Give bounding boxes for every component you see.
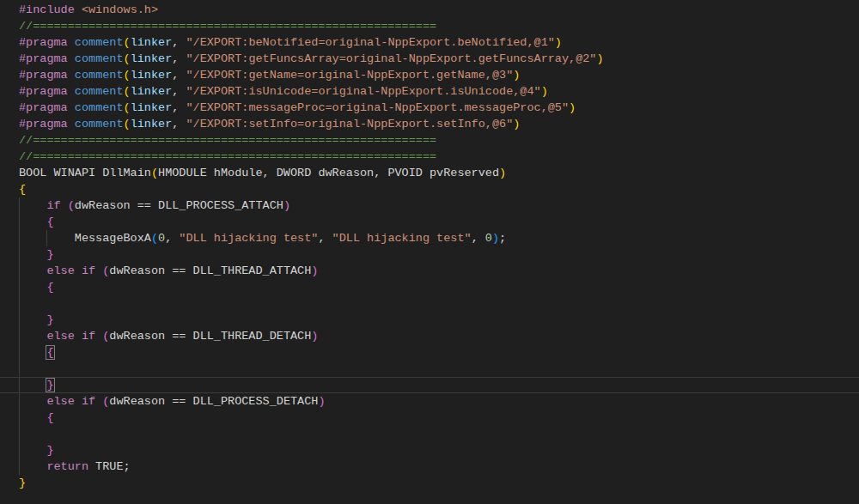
code-token: else: [46, 330, 74, 343]
code-line[interactable]: {: [0, 279, 859, 295]
code-token: #pragma: [19, 85, 68, 98]
code-token: linker: [131, 85, 173, 98]
code-line[interactable]: #pragma comment(linker, "/EXPORT:isUnico…: [0, 83, 859, 100]
code-token: MessageBoxA: [19, 232, 151, 245]
code-token: (: [124, 36, 131, 49]
code-token: ): [513, 118, 520, 131]
code-line[interactable]: else if (dwReason == DLL_PROCESS_DETACH): [0, 393, 859, 410]
code-token: if: [46, 199, 60, 212]
code-token: ;: [499, 232, 506, 245]
code-line[interactable]: }: [0, 475, 859, 491]
code-token: [19, 216, 46, 228]
code-line[interactable]: if (dwReason == DLL_PROCESS_ATTACH): [0, 197, 859, 214]
code-token: <windows.h>: [82, 3, 158, 16]
code-token: "/EXPORT:beNotified=original-NppExport.b…: [186, 36, 554, 49]
code-token: [68, 52, 75, 65]
code-token: #pragma: [19, 36, 68, 49]
code-token: linker: [131, 101, 173, 114]
code-line[interactable]: #pragma comment(linker, "/EXPORT:setInfo…: [0, 116, 859, 132]
code-token: "/EXPORT:getName=original-NppExport.getN…: [186, 69, 513, 82]
code-token: (: [151, 167, 158, 179]
code-token: linker: [131, 36, 173, 49]
code-line[interactable]: {: [0, 410, 859, 426]
code-token: //======================================…: [19, 20, 436, 33]
code-line[interactable]: {: [0, 344, 859, 361]
code-token: (: [124, 101, 131, 114]
code-token: BOOL WINAPI DllMain: [19, 167, 151, 179]
code-line[interactable]: MessageBoxA(0, "DLL hijacking test", "DL…: [0, 230, 859, 246]
code-token: "/EXPORT:isUnicode=original-NppExport.is…: [186, 85, 540, 98]
code-token: comment: [75, 101, 124, 114]
code-token: ,: [172, 85, 186, 98]
code-token: dwReason == DLL_PROCESS_ATTACH: [75, 199, 283, 212]
code-token: [19, 379, 46, 392]
code-token: //======================================…: [19, 150, 436, 163]
code-token: comment: [75, 85, 124, 98]
code-token: ): [541, 85, 548, 98]
code-token: [75, 264, 82, 277]
code-token: [19, 395, 46, 408]
code-token: [19, 248, 46, 261]
code-token: (: [151, 232, 158, 245]
code-line[interactable]: [0, 426, 859, 442]
code-token: [68, 101, 75, 114]
code-token: #pragma: [19, 118, 68, 131]
code-line[interactable]: //======================================…: [0, 18, 859, 34]
code-line[interactable]: //======================================…: [0, 132, 859, 149]
code-token: ): [311, 264, 318, 277]
code-token: ,: [318, 232, 332, 245]
code-token: comment: [75, 52, 124, 65]
code-token: dwReason == DLL_PROCESS_DETACH: [109, 395, 318, 408]
code-line-current[interactable]: }: [0, 377, 859, 393]
code-line[interactable]: {: [0, 181, 859, 197]
code-token: linker: [131, 52, 173, 65]
code-line[interactable]: else if (dwReason == DLL_THREAD_DETACH): [0, 328, 859, 344]
code-token: else: [46, 395, 74, 408]
code-token: [68, 85, 75, 98]
code-line[interactable]: else if (dwReason == DLL_THREAD_ATTACH): [0, 263, 859, 279]
code-token: [68, 36, 75, 49]
code-token: 0: [158, 232, 165, 245]
code-token: }: [19, 477, 26, 489]
code-token: ,: [172, 101, 186, 114]
bracket-match-token: }: [46, 379, 53, 392]
code-token: if: [82, 264, 95, 277]
code-token: linker: [131, 118, 173, 131]
code-token: #pragma: [19, 52, 68, 65]
code-token: [19, 313, 46, 326]
code-token: {: [46, 411, 53, 424]
code-line[interactable]: return TRUE;: [0, 458, 859, 475]
code-token: (: [124, 118, 131, 131]
code-line[interactable]: BOOL WINAPI DllMain(HMODULE hModule, DWO…: [0, 165, 859, 181]
code-token: "DLL hijacking test": [179, 232, 318, 245]
code-token: ): [513, 69, 520, 82]
code-line[interactable]: #pragma comment(linker, "/EXPORT:getFunc…: [0, 51, 859, 67]
code-line[interactable]: }: [0, 246, 859, 263]
code-token: [19, 460, 46, 473]
code-token: HMODULE hModule, DWORD dwReason, PVOID p…: [158, 167, 499, 179]
code-token: //======================================…: [19, 134, 436, 147]
code-line[interactable]: {: [0, 214, 859, 230]
code-line[interactable]: #pragma comment(linker, "/EXPORT:beNotif…: [0, 34, 859, 51]
code-token: {: [46, 216, 53, 228]
code-line[interactable]: //======================================…: [0, 149, 859, 165]
code-line[interactable]: #pragma comment(linker, "/EXPORT:message…: [0, 100, 859, 116]
code-area[interactable]: #include <windows.h>//==================…: [0, 2, 859, 491]
code-line[interactable]: #include <windows.h>: [0, 2, 859, 18]
code-token: [19, 330, 46, 343]
code-token: comment: [75, 69, 124, 82]
code-token: 0: [485, 232, 492, 245]
code-line[interactable]: [0, 295, 859, 312]
code-token: #pragma: [19, 101, 68, 114]
code-token: [19, 281, 46, 294]
code-line[interactable]: [0, 361, 859, 377]
code-token: [61, 199, 68, 212]
code-line[interactable]: #pragma comment(linker, "/EXPORT:getName…: [0, 67, 859, 83]
code-token: ): [492, 232, 499, 245]
code-token: ,: [172, 69, 186, 82]
code-token: ): [569, 101, 576, 114]
code-line[interactable]: }: [0, 442, 859, 458]
code-token: (: [124, 85, 131, 98]
code-line[interactable]: }: [0, 312, 859, 328]
editor[interactable]: #include <windows.h>//==================…: [0, 0, 859, 504]
